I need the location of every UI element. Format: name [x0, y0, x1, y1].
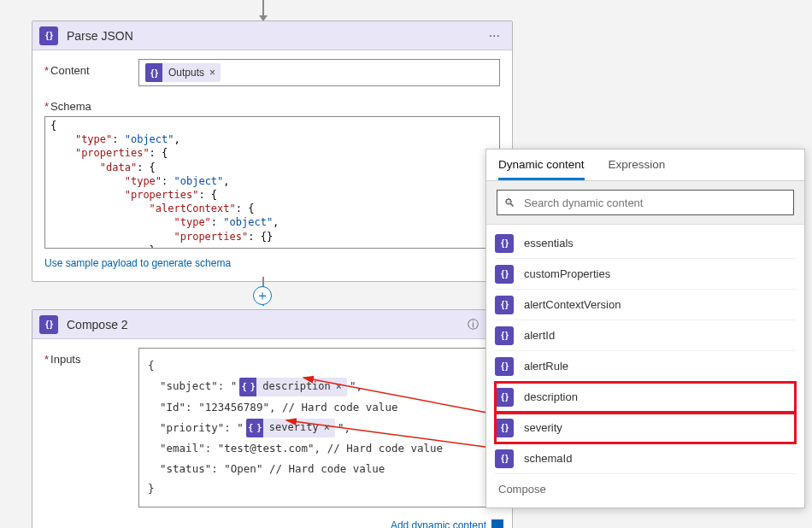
add-dynamic-content-link[interactable]: Add dynamic content: [32, 516, 512, 529]
info-icon[interactable]: ⓘ: [462, 317, 484, 332]
outputs-token[interactable]: Outputs ×: [145, 63, 221, 82]
braces-icon: [495, 449, 514, 468]
dynamic-item-label: severity: [524, 421, 562, 434]
braces-icon: [495, 234, 514, 253]
card-title: Parse JSON: [67, 29, 484, 43]
card-title: Compose 2: [67, 318, 462, 331]
braces-icon: [39, 315, 58, 334]
dynamic-item-severity[interactable]: severity: [495, 413, 796, 443]
parse-json-header[interactable]: Parse JSON ···: [32, 21, 512, 50]
content-field[interactable]: Outputs ×: [138, 59, 500, 86]
description-token[interactable]: description ×: [239, 378, 347, 396]
use-sample-payload-link[interactable]: Use sample payload to generate schema: [44, 257, 231, 269]
braces-icon: [246, 419, 263, 437]
braces-icon: [145, 63, 162, 82]
braces-icon: [239, 378, 256, 396]
dynamic-content-list[interactable]: essentialscustomPropertiesalertContextVe…: [486, 225, 804, 507]
severity-token[interactable]: severity ×: [246, 419, 335, 437]
compose-card: Compose 2 ⓘ ··· *Inputs { "subject": " d…: [32, 309, 513, 528]
dynamic-content-popover: Dynamic content Expression 🔍︎ essentials…: [485, 149, 805, 508]
dynamic-item-alertRule[interactable]: alertRule: [495, 351, 796, 382]
card-menu-button[interactable]: ···: [484, 28, 505, 44]
flow-connector-top: [262, 0, 264, 21]
braces-icon: [495, 419, 514, 437]
content-label: *Content: [44, 59, 138, 77]
fx-icon: [491, 519, 503, 529]
dynamic-item-label: essentials: [524, 237, 574, 249]
dynamic-item-label: schemaId: [524, 452, 572, 465]
compose-header[interactable]: Compose 2 ⓘ ···: [32, 310, 512, 339]
dynamic-item-label: alertRule: [524, 360, 568, 373]
search-field[interactable]: [522, 196, 786, 210]
dynamic-item-label: customProperties: [524, 267, 610, 280]
dynamic-item-alertContextVersion[interactable]: alertContextVersion: [495, 290, 796, 320]
dynamic-item-label: description: [524, 390, 578, 403]
token-remove-icon[interactable]: ×: [209, 67, 215, 79]
dynamic-item-description[interactable]: description: [495, 382, 796, 413]
inputs-field[interactable]: { "subject": " description × ", "Id": "1…: [138, 348, 500, 507]
parse-json-card: Parse JSON ··· *Content Outputs × *Schem…: [32, 21, 513, 282]
braces-icon: [495, 326, 514, 345]
braces-icon: [495, 357, 514, 376]
tab-dynamic-content[interactable]: Dynamic content: [498, 158, 585, 180]
token-remove-icon[interactable]: ×: [336, 378, 342, 396]
dynamic-item-label: alertContextVersion: [524, 298, 621, 311]
add-step-button[interactable]: ＋: [253, 286, 272, 305]
inputs-label: *Inputs: [44, 348, 138, 366]
schema-label: *Schema: [44, 95, 138, 113]
schema-json: { "type": "object", "properties": { "dat…: [50, 119, 494, 249]
dynamic-item-schemaId[interactable]: schemaId: [495, 443, 796, 474]
braces-icon: [495, 296, 514, 314]
braces-icon: [39, 26, 58, 45]
dynamic-item-alertId[interactable]: alertId: [495, 320, 796, 351]
search-icon: 🔍︎: [504, 197, 515, 209]
tab-expression[interactable]: Expression: [609, 158, 666, 180]
schema-input[interactable]: { "type": "object", "properties": { "dat…: [44, 116, 500, 249]
dynamic-search-input[interactable]: 🔍︎: [497, 190, 794, 215]
braces-icon: [495, 388, 514, 407]
token-remove-icon[interactable]: ×: [324, 419, 330, 437]
group-heading: Compose: [495, 474, 796, 499]
braces-icon: [495, 265, 514, 284]
dynamic-item-label: alertId: [524, 329, 555, 342]
dynamic-item-customProperties[interactable]: customProperties: [495, 259, 796, 290]
dynamic-item-essentials[interactable]: essentials: [495, 228, 796, 259]
